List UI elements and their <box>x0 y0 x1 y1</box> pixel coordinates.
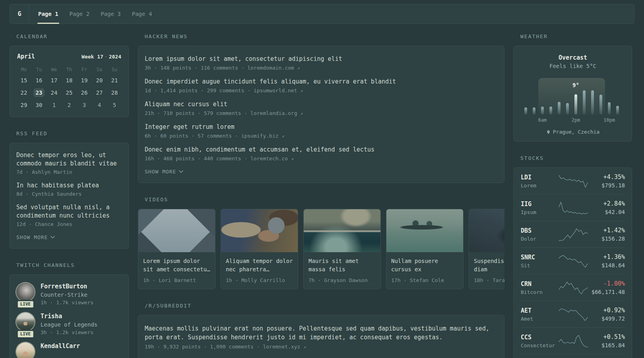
hn-story-meta: 1d · 1,414 points · 299 comments · ipsum… <box>145 88 498 93</box>
video-meta: 17h · Stefan Cole <box>391 277 458 283</box>
stock-symbol: SNRC <box>521 254 558 261</box>
app-logo[interactable]: G <box>10 4 29 23</box>
video-thumbnail[interactable] <box>221 209 298 252</box>
calendar-day[interactable]: 24 <box>47 88 62 97</box>
hn-story-title[interactable]: Lorem ipsum dolor sit amet, consectetur … <box>145 55 498 63</box>
calendar-day[interactable]: 2 <box>62 101 77 109</box>
rss-show-more-button[interactable]: SHOW MORE <box>16 234 55 240</box>
video-card[interactable]: Lorem ipsum dolor sit amet consectetu… 1… <box>138 209 215 289</box>
stock-row[interactable]: IIG Ipsum +2.84% $42.04 <box>514 195 632 221</box>
chevron-down-icon <box>179 170 183 173</box>
weather-hour-labels: 6am2pm10pm <box>514 117 632 124</box>
hn-story-source[interactable]: loremtech.co ↗ <box>250 156 294 161</box>
twitch-widget: TWITCH CHANNELS LIVE ForrestBurton Count… <box>10 262 129 358</box>
calendar-day[interactable]: 23 <box>31 88 47 97</box>
twitch-channel[interactable]: LIVE Trisha League of Legends 3h · 1.2k … <box>16 313 122 335</box>
weather-location: Prague, Czechia <box>514 129 632 135</box>
calendar-day[interactable]: 28 <box>107 88 122 97</box>
video-title[interactable]: Mauris sit amet massa felis <box>308 257 376 274</box>
calendar-day[interactable]: 21 <box>107 76 122 85</box>
video-title[interactable]: Suspendisse diam <box>474 257 504 274</box>
stock-sparkline <box>558 174 588 188</box>
rss-item-title[interactable]: Sed volutpat nulla nisl, a condimentum n… <box>16 203 122 220</box>
stock-values: +1.36% $148.64 <box>588 253 625 268</box>
calendar-day[interactable]: 19 <box>77 76 92 85</box>
hn-story-source[interactable]: loremlandia.org ↗ <box>250 110 303 116</box>
calendar-day[interactable]: 26 <box>77 88 92 97</box>
rss-section-title: RSS FEED <box>16 130 129 136</box>
nav-tab[interactable]: Page 2 <box>64 4 95 23</box>
channel-name[interactable]: KendallCarr <box>41 342 80 350</box>
weather-widget: WEATHER Overcast Feels like 5°C 9° 6am2p… <box>514 33 632 142</box>
stock-row[interactable]: DBS Dolor +1.42% $156.28 <box>514 221 632 247</box>
stock-price: $66,171.48 <box>588 289 625 295</box>
weather-hour-bar <box>591 90 594 115</box>
calendar-day[interactable]: 18 <box>62 76 77 85</box>
calendar-day[interactable]: 5 <box>107 101 122 109</box>
calendar-day[interactable]: 17 <box>47 76 62 85</box>
avatar: LIVE <box>16 313 35 335</box>
hn-story-title[interactable]: Donec enim nibh, condimentum et accumsan… <box>145 146 498 154</box>
stock-values: +4.35% $795.18 <box>588 173 625 189</box>
stock-price: $148.64 <box>588 262 625 268</box>
calendar-day[interactable]: 27 <box>92 88 107 97</box>
hour-label: 10pm <box>603 117 615 123</box>
hn-story-title[interactable]: Integer eget rutrum lorem <box>145 123 498 131</box>
hn-story-source[interactable]: loremdomain.com ↗ <box>247 65 300 71</box>
dot-separator: · <box>103 54 109 60</box>
nav-tab[interactable]: Page 4 <box>126 4 158 23</box>
calendar-day[interactable]: 25 <box>62 88 77 97</box>
stock-row[interactable]: AET Amet +0.92% $499.72 <box>514 301 632 327</box>
nav-tab[interactable]: Page 3 <box>95 4 126 23</box>
calendar-day[interactable]: 20 <box>92 76 107 85</box>
twitch-channel[interactable]: KendallCarr <box>16 342 122 358</box>
stock-row[interactable]: SNRC Sit +1.36% $148.64 <box>514 248 632 274</box>
stock-row[interactable]: LDI Lorem +4.35% $795.18 <box>514 168 632 194</box>
channel-name[interactable]: Trisha <box>41 313 97 320</box>
hn-story-source[interactable]: ipsumify.biz ↗ <box>241 133 285 139</box>
video-thumbnail[interactable] <box>138 209 215 252</box>
calendar-day[interactable]: 15 <box>16 76 31 85</box>
calendar-day[interactable]: 30 <box>31 101 47 109</box>
video-thumbnail[interactable] <box>304 209 380 252</box>
video-card[interactable]: Mauris sit amet massa felis 7h · Grayson… <box>303 209 381 289</box>
hn-story-meta: 6h · 60 points · 57 comments · ipsumify.… <box>145 133 498 139</box>
rss-item[interactable]: In hac habitasse platea 8d · Cynthia Sau… <box>16 181 122 197</box>
rss-item-title[interactable]: Donec tempor eros leo, ut commodo mauris… <box>16 151 122 168</box>
channel-name[interactable]: ForrestBurton <box>41 283 93 290</box>
hn-show-more-button[interactable]: SHOW MORE <box>145 169 183 175</box>
rss-item[interactable]: Sed volutpat nulla nisl, a condimentum n… <box>16 203 122 227</box>
reddit-post-title[interactable]: Maecenas mollis pulvinar erat non posuer… <box>145 324 498 342</box>
stock-price: $156.28 <box>588 235 625 242</box>
reddit-post-source[interactable]: loremnet.xyz ↗ <box>263 344 306 350</box>
nav-tab[interactable]: Page 1 <box>33 4 64 23</box>
video-card[interactable]: Aliquam tempor dolor nec pharetra… 1h · … <box>221 209 298 289</box>
video-card[interactable]: Suspendisse diam 18h · Tara <box>469 209 504 289</box>
calendar-day[interactable]: 29 <box>16 101 31 109</box>
calendar-day[interactable]: 16 <box>31 76 47 85</box>
stock-symbol: AET <box>521 307 558 314</box>
avatar <box>16 342 35 358</box>
twitch-channel[interactable]: LIVE ForrestBurton Counter-Strike 1h · 1… <box>16 283 122 305</box>
video-thumbnail[interactable] <box>469 209 504 252</box>
calendar-day[interactable]: 3 <box>77 101 92 109</box>
hn-story-title[interactable]: Aliquam nec cursus elit <box>145 100 498 109</box>
video-title[interactable]: Nullam posuere cursus ex <box>391 257 458 274</box>
hn-story-title[interactable]: Donec imperdiet augue tincidunt felis al… <box>145 78 498 86</box>
rss-item[interactable]: Donec tempor eros leo, ut commodo mauris… <box>16 151 122 175</box>
video-card[interactable]: Nullam posuere cursus ex 17h · Stefan Co… <box>386 209 464 289</box>
stock-row[interactable]: CCS Consectetur +0.51% $165.84 <box>514 328 632 354</box>
stock-sparkline <box>558 334 588 348</box>
calendar-day[interactable]: 1 <box>47 101 62 109</box>
rss-item-title[interactable]: In hac habitasse platea <box>16 181 122 190</box>
calendar-day[interactable]: 22 <box>16 88 31 97</box>
stock-row[interactable]: AHS +0.46% <box>514 354 632 358</box>
video-thumbnail[interactable] <box>386 209 463 252</box>
calendar-day[interactable]: 4 <box>92 101 107 109</box>
video-title[interactable]: Aliquam tempor dolor nec pharetra… <box>226 257 293 274</box>
hn-story-source[interactable]: ipsumworld.net ↗ <box>254 88 303 93</box>
video-title[interactable]: Lorem ipsum dolor sit amet consectetu… <box>143 257 210 274</box>
stock-name: Ipsum <box>521 209 558 215</box>
video-meta: 18h · Tara <box>474 277 504 283</box>
stock-row[interactable]: CRN Bitcorn -1.00% $66,171.48 <box>514 274 632 301</box>
